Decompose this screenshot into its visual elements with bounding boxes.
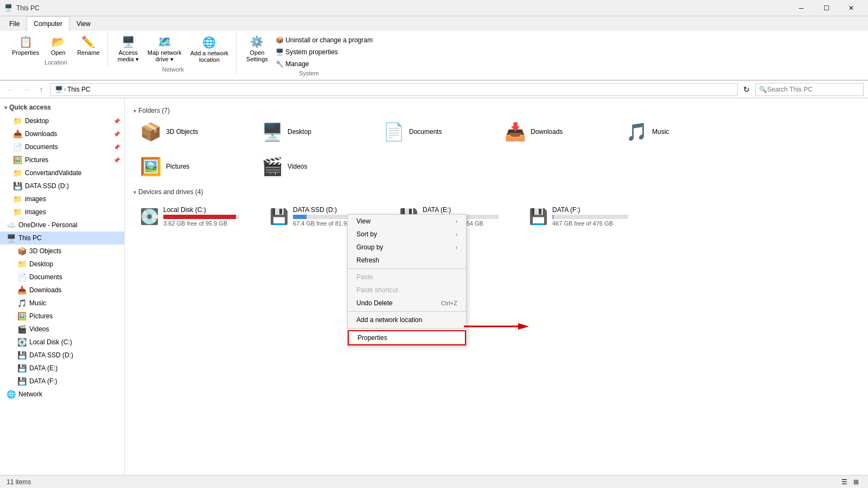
sidebar-item-desktop-qa[interactable]: 📁 Desktop 📌 (0, 114, 124, 127)
view-btn-details[interactable]: ☰ (839, 477, 850, 487)
drive-local-c-free: 3.62 GB free of 95.9 GB (163, 220, 254, 227)
sidebar-item-convertandvalidate[interactable]: 📁 ConvertandValidate (0, 166, 124, 179)
drives-toggle[interactable]: ▾ (133, 189, 136, 195)
downloads-pc-icon: 📥 (17, 286, 26, 294)
search-icon: 🔍 (759, 86, 767, 93)
ctx-item-group-by[interactable]: Group by › (348, 241, 466, 254)
folder-item-videos[interactable]: 🎬 Videos (255, 153, 374, 179)
folder-item-documents[interactable]: 📄 Documents (376, 119, 496, 145)
images2-icon: 📁 (13, 208, 22, 216)
folder-item-downloads[interactable]: 📥 Downloads (498, 119, 617, 145)
up-button[interactable]: ↑ (35, 83, 48, 96)
ctx-view-arrow: › (456, 219, 457, 224)
folder-item-desktop[interactable]: 🖥️ Desktop (255, 119, 374, 145)
sidebar-item-videos[interactable]: 🎬 Videos (0, 323, 124, 336)
sidebar-item-images1[interactable]: 📁 images (0, 192, 124, 206)
sidebar-item-downloads-qa[interactable]: 📥 Downloads 📌 (0, 127, 124, 140)
address-path[interactable]: 🖥️ › This PC (50, 83, 738, 96)
tab-file[interactable]: File (2, 16, 27, 31)
drive-data-f-bar-container (552, 215, 628, 219)
rename-icon: ✏️ (81, 35, 95, 48)
sidebar-item-music[interactable]: 🎵 Music (0, 297, 124, 310)
sidebar-item-pictures-qa[interactable]: 🖼️ Pictures 📌 (0, 153, 124, 166)
sidebar-item-network[interactable]: 🌐 Network (0, 388, 124, 401)
data-ssd-d-sidebar-icon: 💾 (17, 351, 26, 359)
view-btn-tiles[interactable]: ⊞ (851, 477, 861, 487)
map-network-label: Map networkdrive ▾ (148, 49, 182, 63)
sidebar-group-quick-access[interactable]: ▾ Quick access (0, 100, 124, 114)
tab-view[interactable]: View (69, 16, 98, 31)
sidebar-item-data-ssd-d-qa[interactable]: 💾 DATA SSD (D:) (0, 179, 124, 192)
ribbon-item-properties[interactable]: 📋 Properties (9, 33, 42, 58)
ribbon-item-open-settings[interactable]: ⚙️ OpenSettings (243, 33, 271, 65)
sidebar-item-data-ssd-d-sidebar[interactable]: 💾 DATA SSD (D:) (0, 349, 124, 362)
ribbon-item-rename[interactable]: ✏️ Rename (74, 33, 103, 58)
ribbon-item-open[interactable]: 📂 Open (44, 33, 72, 58)
sidebar-item-3d-objects[interactable]: 📦 3D Objects (0, 245, 124, 258)
folders-toggle[interactable]: ▾ (133, 108, 136, 114)
access-media-icon: 🖥️ (122, 35, 135, 48)
ribbon-item-access-media[interactable]: 🖥️ Accessmedia ▾ (114, 33, 142, 65)
drive-local-c-bar (163, 215, 236, 219)
folder-videos-label: Videos (288, 163, 307, 170)
sidebar-item-data-e[interactable]: 💾 DATA (E:) (0, 362, 124, 375)
tab-computer[interactable]: Computer (27, 16, 69, 31)
back-button[interactable]: ← (4, 83, 17, 96)
folder-item-music[interactable]: 🎵 Music (620, 119, 739, 145)
ribbon-item-map-network[interactable]: 🗺️ Map networkdrive ▾ (144, 33, 185, 65)
local-disk-c-icon: 💽 (17, 338, 26, 346)
images1-label: images (25, 195, 120, 203)
sidebar-item-pictures-pc[interactable]: 🖼️ Pictures (0, 310, 124, 323)
ribbon-item-uninstall[interactable]: 📦 Uninstall or change a program (273, 35, 375, 45)
drive-item-data-f[interactable]: 💾 DATA (F:) 467 GB free of 476 GB (522, 200, 650, 233)
ctx-item-sort-by[interactable]: Sort by › (348, 228, 466, 241)
path-icon: 🖥️ (55, 86, 63, 93)
search-input[interactable] (767, 86, 860, 93)
ctx-item-properties[interactable]: Properties (348, 330, 466, 345)
folder-desktop-icon: 🖥️ (261, 121, 283, 142)
folder-3d-objects-label: 3D Objects (166, 128, 198, 136)
content-area: ▾ Folders (7) 📦 3D Objects 🖥️ Desktop 📄 … (125, 98, 868, 488)
sidebar-item-local-disk-c[interactable]: 💽 Local Disk (C:) (0, 336, 124, 349)
sidebar-item-data-f[interactable]: 💾 DATA (F:) (0, 375, 124, 388)
forward-button[interactable]: → (20, 83, 33, 96)
refresh-button[interactable]: ↻ (740, 83, 753, 96)
sidebar-item-downloads-pc[interactable]: 📥 Downloads (0, 284, 124, 297)
ribbon-item-sys-properties[interactable]: 🖥️ System properties (273, 47, 375, 57)
open-settings-icon: ⚙️ (250, 35, 264, 48)
sidebar-item-desktop-pc[interactable]: 📁 Desktop (0, 258, 124, 271)
maximize-button[interactable]: ☐ (814, 0, 839, 16)
close-button[interactable]: ✕ (839, 0, 864, 16)
drive-data-f-free: 467 GB free of 476 GB (552, 220, 643, 227)
onedrive-label: OneDrive - Personal (18, 221, 120, 229)
ribbon-item-manage[interactable]: 🔧 Manage (273, 59, 375, 69)
ctx-paste-shortcut-label: Paste shortcut (356, 286, 398, 294)
sidebar-item-this-pc[interactable]: 🖥️ This PC (0, 232, 124, 245)
sidebar-item-documents-pc[interactable]: 📄 Documents (0, 271, 124, 284)
ctx-item-undo-delete[interactable]: Undo Delete Ctrl+Z (348, 297, 466, 310)
red-arrow-annotation (464, 321, 518, 328)
ctx-item-add-network-location[interactable]: Add a network location (348, 313, 466, 326)
pictures-qa-icon: 🖼️ (13, 156, 22, 164)
sidebar: ▾ Quick access 📁 Desktop 📌 📥 Downloads 📌… (0, 98, 125, 488)
drive-data-f-name: DATA (F:) (552, 206, 643, 214)
sidebar-item-documents-qa[interactable]: 📄 Documents 📌 (0, 140, 124, 153)
folder-item-pictures[interactable]: 🖼️ Pictures (133, 153, 253, 179)
folder-item-3d-objects[interactable]: 📦 3D Objects (133, 119, 253, 145)
ctx-item-view[interactable]: View › (348, 215, 466, 228)
downloads-qa-label: Downloads (25, 130, 113, 138)
sys-properties-label: 🖥️ System properties (276, 48, 338, 56)
sidebar-item-images2[interactable]: 📁 images (0, 206, 124, 219)
sidebar-item-onedrive[interactable]: ☁️ OneDrive - Personal (0, 219, 124, 232)
data-ssd-d-sidebar-label: DATA SSD (D:) (29, 351, 120, 359)
minimize-button[interactable]: ─ (789, 0, 814, 16)
data-ssd-d-qa-label: DATA SSD (D:) (25, 182, 120, 190)
pictures-pc-label: Pictures (29, 312, 120, 320)
ctx-paste-label: Paste (356, 273, 373, 281)
folder-pictures-label: Pictures (166, 163, 189, 170)
drives-grid: 💽 Local Disk (C:) 3.62 GB free of 95.9 G… (133, 200, 859, 233)
ctx-item-refresh[interactable]: Refresh (348, 254, 466, 267)
pin-icon-pictures: 📌 (113, 157, 120, 163)
drive-item-local-c[interactable]: 💽 Local Disk (C:) 3.62 GB free of 95.9 G… (133, 200, 261, 233)
ribbon-item-add-network-loc[interactable]: 🌐 Add a networklocation (187, 34, 232, 65)
